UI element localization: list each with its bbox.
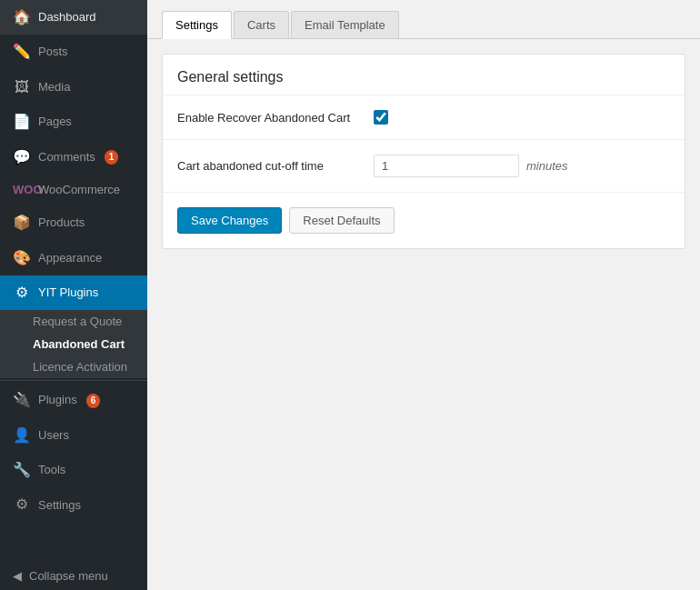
- cutoff-time-row: Cart abandoned cut-off time minutes: [163, 140, 685, 193]
- general-settings-section: General settings Enable Recover Abandone…: [162, 54, 685, 249]
- sidebar-item-posts[interactable]: ✏️ Posts: [0, 35, 147, 69]
- woocommerce-icon: WOO: [13, 182, 31, 198]
- tools-icon: 🔧: [13, 460, 31, 480]
- sidebar-item-woocommerce[interactable]: WOO WooCommerce: [0, 175, 147, 205]
- yit-plugins-icon: ⚙: [13, 283, 31, 303]
- collapse-menu-icon: ◀: [13, 569, 22, 583]
- tab-settings[interactable]: Settings: [162, 11, 232, 39]
- cutoff-time-unit: minutes: [526, 159, 568, 173]
- plugins-icon: 🔌: [13, 390, 31, 410]
- media-icon: 🖼: [13, 77, 31, 97]
- section-title: General settings: [163, 55, 685, 95]
- content-area: General settings Enable Recover Abandone…: [147, 39, 700, 590]
- sidebar-item-plugins[interactable]: 🔌 Plugins 6: [0, 383, 147, 417]
- sidebar: 🏠 Dashboard ✏️ Posts 🖼 Media 📄 Pages 💬 C…: [0, 0, 147, 590]
- main-content: Settings Carts Email Template General se…: [147, 0, 700, 590]
- sidebar-item-comments[interactable]: 💬 Comments 1: [0, 140, 147, 175]
- reset-defaults-button[interactable]: Reset Defaults: [289, 207, 394, 234]
- tab-email-template[interactable]: Email Template: [291, 11, 399, 38]
- yit-plugins-submenu: Request a Quote Abandoned Cart Licence A…: [0, 310, 147, 378]
- enable-recover-row: Enable Recover Abandoned Cart: [163, 95, 685, 140]
- cutoff-time-control: minutes: [374, 155, 568, 177]
- settings-icon: ⚙: [13, 495, 31, 515]
- appearance-icon: 🎨: [13, 248, 31, 268]
- plugins-badge: 6: [86, 394, 101, 408]
- sidebar-item-media[interactable]: 🖼 Media: [0, 70, 147, 105]
- cart-cutoff-time-input[interactable]: [374, 155, 519, 177]
- sidebar-subitem-request-a-quote[interactable]: Request a Quote: [0, 310, 147, 333]
- products-icon: 📦: [13, 213, 31, 233]
- cutoff-time-label: Cart abandoned cut-off time: [177, 159, 359, 173]
- sidebar-item-dashboard[interactable]: 🏠 Dashboard: [0, 0, 147, 35]
- sidebar-item-appearance[interactable]: 🎨 Appearance: [0, 241, 147, 275]
- comments-badge: 1: [105, 150, 119, 165]
- sidebar-item-yit-plugins[interactable]: ⚙ YIT Plugins: [0, 275, 147, 310]
- enable-recover-control: [374, 110, 388, 125]
- sidebar-item-settings[interactable]: ⚙ Settings: [0, 487, 147, 522]
- form-buttons: Save Changes Reset Defaults: [163, 193, 685, 248]
- posts-icon: ✏️: [13, 42, 31, 62]
- tabs-bar: Settings Carts Email Template: [147, 0, 700, 39]
- sidebar-subitem-licence-activation[interactable]: Licence Activation: [0, 355, 147, 378]
- pages-icon: 📄: [13, 112, 31, 132]
- tab-carts[interactable]: Carts: [234, 11, 289, 38]
- sidebar-item-pages[interactable]: 📄 Pages: [0, 105, 147, 139]
- sidebar-subitem-abandoned-cart[interactable]: Abandoned Cart: [0, 333, 147, 355]
- collapse-menu-button[interactable]: ◀ Collapse menu: [0, 562, 147, 590]
- dashboard-icon: 🏠: [13, 7, 31, 27]
- sidebar-item-products[interactable]: 📦 Products: [0, 205, 147, 240]
- sidebar-item-tools[interactable]: 🔧 Tools: [0, 453, 147, 487]
- comments-icon: 💬: [13, 147, 31, 167]
- sidebar-item-users[interactable]: 👤 Users: [0, 418, 147, 453]
- enable-recover-label: Enable Recover Abandoned Cart: [177, 111, 359, 125]
- save-changes-button[interactable]: Save Changes: [177, 207, 282, 234]
- sidebar-divider: [0, 380, 147, 381]
- users-icon: 👤: [13, 425, 31, 445]
- enable-recover-abandoned-cart-checkbox[interactable]: [374, 110, 388, 125]
